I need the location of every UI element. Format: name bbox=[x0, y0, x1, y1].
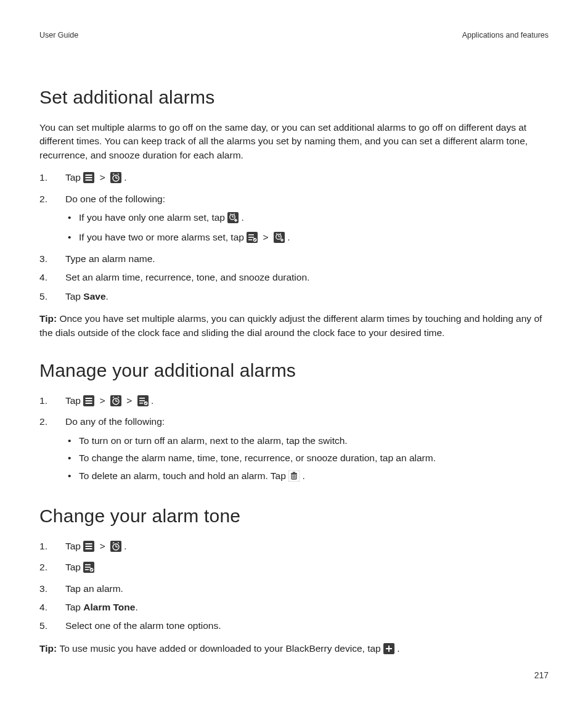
alarm-icon bbox=[110, 172, 121, 187]
steps-set-additional: Tap > . Do one of the following: If you … bbox=[39, 171, 549, 303]
header-left: User Guide bbox=[39, 30, 78, 41]
tip-text: To use music you have added or downloade… bbox=[59, 643, 383, 654]
period: . bbox=[302, 470, 304, 481]
section-change-alarm-tone: Change your alarm tone Tap > . Tap Tap a… bbox=[39, 503, 549, 658]
intro-paragraph: You can set multiple alarms to go off on… bbox=[39, 121, 549, 162]
header-right: Applications and features bbox=[462, 30, 549, 41]
step-1: Tap > > . bbox=[39, 394, 549, 410]
heading-change-alarm-tone: Change your alarm tone bbox=[39, 503, 549, 530]
crumb-separator: > bbox=[100, 394, 105, 408]
page-number: 217 bbox=[534, 669, 549, 681]
period: . bbox=[287, 232, 290, 242]
tip-alarm-tone: Tip: To use music you have added or down… bbox=[39, 642, 549, 658]
heading-set-additional-alarms: Set additional alarms bbox=[39, 84, 549, 111]
heading-manage-additional-alarms: Manage your additional alarms bbox=[39, 357, 549, 384]
crumb-separator: > bbox=[126, 394, 132, 408]
steps-manage: Tap > > . Do any of the following: To tu… bbox=[39, 394, 549, 485]
period: . bbox=[151, 395, 153, 406]
alarm-add-icon bbox=[274, 232, 285, 247]
period: . bbox=[124, 541, 126, 551]
crumb-separator: > bbox=[100, 540, 105, 553]
step-1: Tap > . bbox=[39, 171, 549, 187]
bullet-text: To delete an alarm, touch and hold an al… bbox=[79, 470, 288, 481]
sub-bullets: If you have only one alarm set, tap . If… bbox=[65, 211, 549, 247]
step-4: Tap Alarm Tone. bbox=[39, 601, 549, 614]
alarm-add-icon bbox=[227, 212, 239, 227]
bullet-one-alarm: If you have only one alarm set, tap . bbox=[79, 211, 549, 227]
alarm-icon bbox=[110, 395, 121, 410]
bullet-text: If you have only one alarm set, tap bbox=[79, 212, 227, 223]
period: . bbox=[135, 602, 137, 612]
menu-icon bbox=[83, 172, 94, 187]
step-text: Tap bbox=[65, 172, 83, 183]
alarm-list-icon bbox=[83, 562, 94, 577]
period: . bbox=[124, 172, 126, 183]
step-text: Do one of the following: bbox=[65, 194, 165, 204]
tip-text: Once you have set multiple alarms, you c… bbox=[39, 313, 542, 337]
bullet-multi-alarm: If you have two or more alarms set, tap … bbox=[79, 231, 549, 247]
step-2: Do any of the following: To turn on or t… bbox=[39, 415, 549, 485]
sub-bullets: To turn on or turn off an alarm, next to… bbox=[65, 434, 549, 485]
section-manage-additional-alarms: Manage your additional alarms Tap > > . … bbox=[39, 357, 549, 485]
page-header: User Guide Applications and features bbox=[39, 30, 549, 41]
trash-icon bbox=[288, 470, 300, 485]
step-text: Tap bbox=[65, 395, 83, 406]
step-4: Set an alarm time, recurrence, tone, and… bbox=[39, 271, 549, 284]
plus-icon bbox=[383, 643, 394, 658]
bullet-edit: To change the alarm name, time, tone, re… bbox=[79, 451, 549, 465]
menu-icon bbox=[83, 541, 94, 556]
step-text: Tap bbox=[65, 562, 83, 572]
tip-label: Tip: bbox=[39, 643, 59, 654]
step-2: Tap bbox=[39, 560, 549, 577]
alarm-tone-label: Alarm Tone bbox=[83, 602, 135, 612]
step-5: Tap Save. bbox=[39, 290, 549, 303]
steps-tone: Tap > . Tap Tap an alarm. Tap Alarm Tone… bbox=[39, 540, 549, 633]
alarm-icon bbox=[110, 541, 121, 556]
save-label: Save bbox=[83, 291, 105, 302]
step-2: Do one of the following: If you have onl… bbox=[39, 192, 549, 247]
bullet-toggle: To turn on or turn off an alarm, next to… bbox=[79, 434, 549, 448]
alarm-list-icon bbox=[137, 395, 149, 410]
crumb-separator: > bbox=[263, 231, 269, 244]
tip-label: Tip: bbox=[39, 313, 59, 324]
bullet-delete: To delete an alarm, touch and hold an al… bbox=[79, 469, 549, 485]
step-1: Tap > . bbox=[39, 540, 549, 556]
alarm-list-icon bbox=[247, 232, 258, 247]
period: . bbox=[106, 291, 108, 302]
bullet-text: If you have two or more alarms set, tap bbox=[79, 232, 247, 242]
step-5: Select one of the alarm tone options. bbox=[39, 619, 549, 633]
section-set-additional-alarms: Set additional alarms You can set multip… bbox=[39, 84, 549, 340]
step-text: Tap bbox=[65, 541, 83, 551]
step-text: Do any of the following: bbox=[65, 416, 165, 427]
crumb-separator: > bbox=[100, 171, 105, 184]
step-text: Tap bbox=[65, 291, 83, 302]
period: . bbox=[397, 643, 399, 654]
page: User Guide Applications and features Set… bbox=[0, 0, 588, 706]
step-3: Tap an alarm. bbox=[39, 582, 549, 596]
period: . bbox=[242, 212, 244, 223]
menu-icon bbox=[83, 395, 94, 410]
tip-set-additional: Tip: Once you have set multiple alarms, … bbox=[39, 312, 549, 340]
step-text: Tap bbox=[65, 602, 83, 612]
step-3: Type an alarm name. bbox=[39, 252, 549, 266]
